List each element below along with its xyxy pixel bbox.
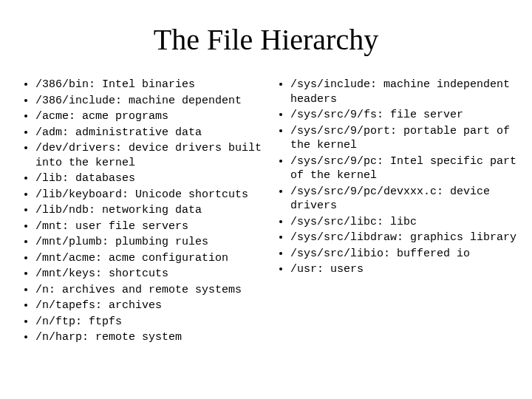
desc-text: Intel binaries [102,78,195,91]
path-text: /usr [290,263,317,276]
separator: : [95,267,109,280]
list-item: /386/include: machine dependent [35,94,262,109]
separator: : [115,142,129,154]
separator: : [437,185,450,198]
list-item: /dev/drivers: device drivers built into … [35,141,262,170]
separator: : [383,248,397,260]
path-text: /acme [35,110,69,123]
list-item: /usr: users [290,262,517,277]
left-column: /386/bin: Intel binaries/386/include: ma… [15,78,262,347]
path-text: /sys/src/9/fs [290,109,377,121]
separator: : [390,125,403,137]
path-text: /n/tapefs [35,299,95,312]
path-text: /mnt [35,220,62,233]
list-item: /lib: databases [35,171,262,186]
desc-text: user file servers [75,220,188,233]
list-item: /sys/src/9/fs: file server [290,108,517,123]
desc-text: shortcuts [109,267,168,280]
list-item: /sys/src/9/pc: Intel specific part of th… [290,154,517,183]
separator: : [377,109,390,121]
desc-text: buffered io [397,248,470,260]
list-item: /acme: acme programs [35,109,262,124]
right-column: /sys/include: machine independent header… [270,78,517,347]
desc-text: administrative data [75,126,202,139]
content-columns: /386/bin: Intel binaries/386/include: ma… [15,78,517,347]
path-text: /sys/src/libc [290,216,377,228]
list-item: /mnt/keys: shortcuts [35,267,262,282]
path-text: /sys/src/9/pc [290,155,377,168]
separator: : [95,299,109,312]
desc-text: networking data [102,204,202,216]
separator: : [397,231,410,244]
desc-text: archives and remote systems [62,284,242,296]
path-text: /lib/ndb [35,204,89,216]
desc-text: remote system [95,331,182,344]
desc-text: graphics library [410,231,516,244]
list-item: /adm: administrative data [35,126,262,140]
desc-text: users [330,263,364,276]
list-item: /sys/include: machine independent header… [290,78,517,106]
desc-text: acme configuration [109,252,228,265]
list-item: /sys/src/9/port: portable part of the ke… [290,124,517,153]
list-item: /sys/src/9/pc/devxxx.c: device drivers [290,185,517,214]
path-text: /n [35,284,49,296]
separator: : [62,172,75,185]
separator: : [69,110,82,123]
desc-text: acme programs [82,110,168,123]
separator: : [82,331,95,344]
list-item: /mnt/acme: acme configuration [35,251,262,266]
desc-text: databases [75,172,135,185]
path-text: /lib/keyboard [35,188,122,201]
path-text: /sys/src/libio [290,248,383,260]
separator: : [49,284,62,296]
path-text: /n/ftp [35,316,75,328]
separator: : [377,155,390,168]
path-text: /386/include [35,95,115,107]
path-text: /sys/include [290,78,370,91]
separator: : [95,252,109,265]
separator: : [89,204,102,216]
path-text: /adm [35,126,62,139]
desc-text: Unicode shortcuts [135,188,248,201]
list-item: /n: archives and remote systems [35,283,262,298]
separator: : [377,216,390,228]
separator: : [75,316,89,328]
desc-text: file server [390,109,463,121]
desc-text: archives [109,299,162,312]
path-text: /386/bin [35,78,89,91]
slide: The File Hierarchy /386/bin: Intel binar… [0,0,532,399]
left-list: /386/bin: Intel binaries/386/include: ma… [15,78,262,345]
path-text: /dev/drivers [35,142,115,154]
list-item: /n/ftp: ftpfs [35,315,262,330]
path-text: /mnt/plumb [35,236,102,248]
list-item: /mnt/plumb: plumbing rules [35,235,262,250]
path-text: /lib [35,172,62,185]
list-item: /n/tapefs: archives [35,299,262,313]
separator: : [317,263,330,276]
path-text: /mnt/acme [35,252,95,265]
desc-text: ftpfs [89,316,122,328]
list-item: /386/bin: Intel binaries [35,78,262,92]
right-list: /sys/include: machine independent header… [270,78,517,277]
path-text: /mnt/keys [35,267,95,280]
path-text: /n/harp [35,331,82,344]
list-item: /sys/src/libdraw: graphics library [290,231,517,245]
list-item: /lib/ndb: networking data [35,203,262,218]
separator: : [102,236,115,248]
desc-text: machine dependent [129,95,242,107]
desc-text: libc [390,216,417,228]
list-item: /lib/keyboard: Unicode shortcuts [35,188,262,202]
slide-title: The File Hierarchy [15,22,517,57]
list-item: /sys/src/libc: libc [290,215,517,230]
path-text: /sys/src/9/pc/devxxx.c [290,185,437,198]
separator: : [62,126,75,139]
separator: : [62,220,75,233]
path-text: /sys/src/9/port [290,125,390,137]
desc-text: plumbing rules [115,236,208,248]
separator: : [122,188,135,201]
list-item: /mnt: user file servers [35,219,262,234]
separator: : [89,78,102,91]
separator: : [115,95,129,107]
path-text: /sys/src/libdraw [290,231,397,244]
list-item: /n/harp: remote system [35,330,262,345]
